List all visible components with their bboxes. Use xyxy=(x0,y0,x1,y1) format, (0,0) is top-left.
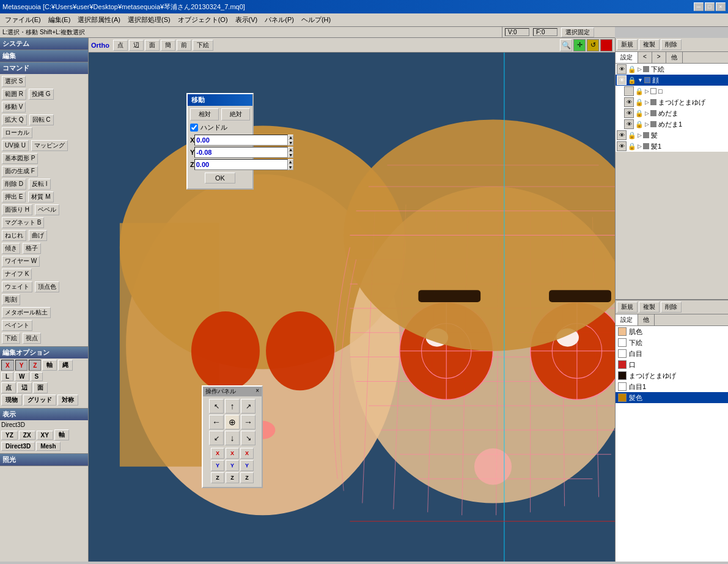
close-button[interactable]: × xyxy=(716,2,726,11)
cmd-mapping[interactable]: マッピング xyxy=(31,140,68,151)
ok-button[interactable]: OK xyxy=(205,173,235,184)
cmd-lasso[interactable]: 投縄 G xyxy=(29,89,54,100)
nav-down-left[interactable]: ↙ xyxy=(209,431,224,445)
nav-down-right[interactable]: ↘ xyxy=(241,431,256,445)
z-input[interactable] xyxy=(194,159,288,170)
nav-up-right[interactable]: ↗ xyxy=(241,399,256,414)
eye-eyes[interactable]: 👁 xyxy=(624,108,634,118)
cmd-metaball[interactable]: メタボール粘土 xyxy=(2,307,51,318)
axis-y-2[interactable]: Y xyxy=(226,460,239,471)
axis-x-3[interactable]: X xyxy=(240,448,254,459)
nav-left[interactable]: ← xyxy=(209,415,224,429)
opt-actual[interactable]: 現物 xyxy=(1,395,22,406)
obj-item-eyes1[interactable]: 👁 🔒 ▷ めだま1 xyxy=(616,119,728,130)
opt-grid-snap[interactable]: グリッド xyxy=(23,395,56,406)
mat-item-white-eye[interactable]: 白目 xyxy=(616,348,728,359)
obj-item-box[interactable]: 🔒 ▷ □ xyxy=(616,86,728,97)
cmd-basic-shape[interactable]: 基本図形 P xyxy=(2,153,38,164)
mat-new-button[interactable]: 新規 xyxy=(617,302,638,313)
tab-next[interactable]: > xyxy=(652,52,666,63)
cmd-bevel[interactable]: ベベル xyxy=(35,204,59,215)
vp-btn-front[interactable]: 前 xyxy=(177,40,191,51)
eye-hair1[interactable]: 👁 xyxy=(617,141,627,151)
dialog-title-bar[interactable]: 移動 xyxy=(188,94,252,106)
menu-edit[interactable]: 編集(E) xyxy=(45,14,75,26)
nav-right[interactable]: → xyxy=(241,415,256,429)
mat-item-white-eye1[interactable]: 白目1 xyxy=(616,381,728,392)
vp-color-indicator[interactable] xyxy=(600,39,612,51)
tab-prev[interactable]: < xyxy=(638,52,652,63)
obj-item-lashes[interactable]: 👁 🔒 ▷ まつげとまゆげ xyxy=(616,97,728,108)
select-fixed-button[interactable]: 選択固定 xyxy=(561,28,594,37)
eye-bg[interactable]: 👁 xyxy=(617,64,627,74)
z-down[interactable]: ▼ xyxy=(288,165,293,170)
maximize-button[interactable]: □ xyxy=(705,2,715,11)
obj-new-button[interactable]: 新規 xyxy=(617,39,638,50)
vp-btn-simple[interactable]: 簡 xyxy=(161,40,175,51)
cmd-viewpoint[interactable]: 視点 xyxy=(23,333,41,344)
mat-item-mouth[interactable]: 口 xyxy=(616,359,728,370)
obj-copy-button[interactable]: 複製 xyxy=(639,39,660,50)
cmd-create-face[interactable]: 面の生成 F xyxy=(2,166,38,177)
axis-z-2[interactable]: Z xyxy=(226,472,239,483)
cmd-uv[interactable]: UV操 U xyxy=(2,140,29,151)
vp-btn-bg[interactable]: 下絵 xyxy=(193,40,213,51)
opt-edge[interactable]: 辺 xyxy=(17,382,32,393)
cmd-sculpt[interactable]: 彫刻 xyxy=(2,294,20,305)
btn-relative[interactable]: 相対 xyxy=(190,108,219,121)
tab-settings[interactable]: 設定 xyxy=(616,52,638,63)
vp-move-icon[interactable]: ✛ xyxy=(573,39,586,51)
opt-face[interactable]: 面 xyxy=(33,382,48,393)
cmd-select[interactable]: 選択 S xyxy=(2,76,26,87)
opt-symmetry[interactable]: 対称 xyxy=(57,395,78,406)
opt-w[interactable]: W xyxy=(15,372,29,381)
cmd-wire[interactable]: ワイヤー W xyxy=(2,256,40,267)
x-input[interactable] xyxy=(194,135,288,146)
ops-close[interactable]: × xyxy=(256,387,259,396)
axis-z-3[interactable]: Z xyxy=(240,472,254,483)
cmd-extrude[interactable]: 押出 E xyxy=(2,191,26,202)
cmd-knife[interactable]: ナイフ K xyxy=(2,269,32,280)
cmd-bg-image[interactable]: 下絵 xyxy=(2,333,20,344)
nav-up[interactable]: ↑ xyxy=(225,399,240,414)
cmd-local[interactable]: ローカル xyxy=(2,127,32,138)
mat-item-lashes-mat[interactable]: まつげとまゆげ xyxy=(616,370,728,381)
opt-z-axis[interactable]: Z xyxy=(29,360,41,371)
cmd-magnet[interactable]: マグネット B xyxy=(2,217,44,228)
obj-item-bg-image[interactable]: 👁 🔒 ▷ 下絵 xyxy=(616,64,728,75)
nav-down[interactable]: ↓ xyxy=(225,431,240,445)
view-yz[interactable]: YZ xyxy=(1,431,18,440)
minimize-button[interactable]: ─ xyxy=(694,2,704,11)
cmd-material[interactable]: 材質 M xyxy=(28,191,53,202)
mat-copy-button[interactable]: 複製 xyxy=(639,302,660,313)
cmd-twist[interactable]: ねじれ xyxy=(2,230,26,241)
eye-eyes1[interactable]: 👁 xyxy=(624,119,634,129)
mat-item-bg[interactable]: 下絵 xyxy=(616,337,728,348)
opt-lasso[interactable]: 縄 xyxy=(58,360,73,371)
opt-l[interactable]: L xyxy=(1,372,13,381)
btn-absolute[interactable]: 絶対 xyxy=(221,108,250,121)
vp-btn-point[interactable]: 点 xyxy=(113,40,128,51)
render-direct3d[interactable]: Direct3D xyxy=(1,442,35,451)
mat-delete-button[interactable]: 削除 xyxy=(661,302,682,313)
opt-x-axis[interactable]: X xyxy=(1,360,14,371)
vp-btn-face[interactable]: 面 xyxy=(145,40,160,51)
cmd-scale[interactable]: 拡大 Q xyxy=(2,114,27,125)
menu-object[interactable]: オブジェクト(O) xyxy=(174,14,232,26)
obj-item-face[interactable]: 👁 🔒 ▼ 顔 xyxy=(616,75,728,86)
cmd-grid[interactable]: 格子 xyxy=(23,243,41,254)
menu-select-props[interactable]: 選択部属性(A) xyxy=(74,14,124,26)
eye-hair[interactable]: 👁 xyxy=(617,130,627,140)
view-zx[interactable]: ZX xyxy=(19,431,35,440)
cmd-tilt[interactable]: 傾き xyxy=(2,243,20,254)
axis-z-1[interactable]: Z xyxy=(211,472,224,483)
axis-y-1[interactable]: Y xyxy=(211,460,224,471)
eye-face[interactable]: 👁 xyxy=(617,75,627,85)
cmd-paint[interactable]: ペイント xyxy=(2,320,32,331)
handle-checkbox[interactable] xyxy=(190,124,198,132)
view-xy[interactable]: XY xyxy=(37,431,53,440)
nav-center[interactable]: ⊕ xyxy=(225,415,240,429)
mat-tab-other[interactable]: 他 xyxy=(638,314,655,325)
vp-zoom-icon[interactable]: 🔍 xyxy=(560,39,572,51)
y-down[interactable]: ▼ xyxy=(288,152,293,158)
